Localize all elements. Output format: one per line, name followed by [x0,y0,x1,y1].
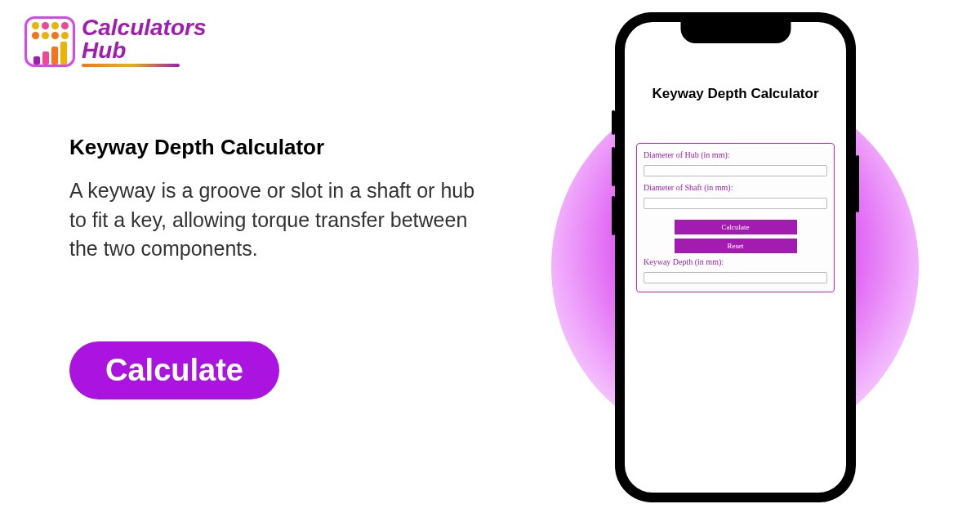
logo-text: Calculators Hub [82,16,207,67]
phone-notch [680,22,791,43]
phone-volume-up [612,147,615,186]
logo-block: Calculators Hub [24,16,207,67]
phone-preview-area: Keyway Depth Calculator Diameter of Hub … [543,8,927,506]
hub-diameter-input[interactable] [644,165,827,176]
hub-diameter-label: Diameter of Hub (in mm): [644,150,827,159]
phone-mute-switch [612,110,615,135]
calculator-panel: Diameter of Hub (in mm): Diameter of Sha… [636,143,835,292]
phone-content: Keyway Depth Calculator Diameter of Hub … [625,22,846,302]
phone-screen: Keyway Depth Calculator Diameter of Hub … [625,22,846,493]
logo-word-calculators: Calculators [82,16,207,39]
logo-underline [82,64,180,67]
calculator-title: Keyway Depth Calculator [636,86,835,102]
page-description: A keyway is a groove or slot in a shaft … [69,176,494,264]
page-title: Keyway Depth Calculator [69,135,494,160]
shaft-diameter-input[interactable] [644,198,827,209]
result-label: Keyway Depth (in mm): [644,257,827,266]
phone-power-button [856,155,859,212]
shaft-diameter-label: Diameter of Shaft (in mm): [644,183,827,192]
form-calculate-button[interactable]: Calculate [675,220,797,234]
phone-frame: Keyway Depth Calculator Diameter of Hub … [615,12,856,502]
form-reset-button[interactable]: Reset [675,239,797,253]
logo-word-hub: Hub [82,39,207,62]
phone-volume-down [612,196,615,235]
calculate-cta-button[interactable]: Calculate [69,341,279,399]
result-output[interactable] [644,272,827,283]
logo-icon [24,16,75,67]
main-column: Keyway Depth Calculator A keyway is a gr… [69,135,494,399]
